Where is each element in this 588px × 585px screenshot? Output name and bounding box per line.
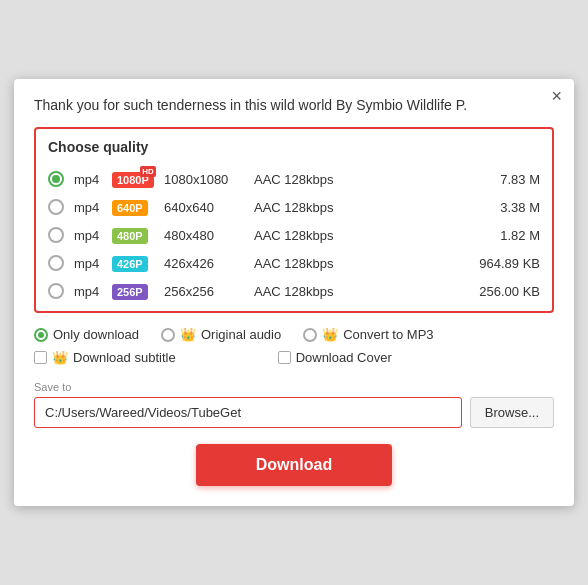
dialog: × Thank you for such tenderness in this …	[14, 79, 574, 506]
quality-row[interactable]: mp4480P480x480AAC 128kbps1.82 M	[48, 221, 540, 249]
format-label: mp4	[74, 172, 102, 187]
resolution-label: 256x256	[164, 284, 244, 299]
resolution-label: 426x426	[164, 256, 244, 271]
save-path-input[interactable]	[34, 397, 462, 428]
filesize-label: 3.38 M	[465, 200, 540, 215]
only-download-radio[interactable]	[34, 328, 48, 342]
original-audio-option[interactable]: 👑 Original audio	[161, 327, 281, 342]
quality-badge: 1080PHD	[112, 172, 154, 188]
audio-label: AAC 128kbps	[254, 172, 455, 187]
download-subtitle-option[interactable]: 👑 Download subtitle	[34, 350, 176, 365]
dialog-title: Thank you for such tenderness in this wi…	[34, 97, 554, 113]
original-audio-label: Original audio	[201, 327, 281, 342]
quality-badge: 426P	[112, 256, 148, 272]
download-cover-checkbox[interactable]	[278, 351, 291, 364]
save-section: Save to Browse...	[34, 381, 554, 428]
download-cover-option[interactable]: Download Cover	[278, 350, 392, 365]
quality-badge: 256P	[112, 284, 148, 300]
audio-label: AAC 128kbps	[254, 228, 455, 243]
quality-section: Choose quality mp41080PHD1080x1080AAC 12…	[34, 127, 554, 313]
filesize-label: 1.82 M	[465, 228, 540, 243]
download-subtitle-checkbox[interactable]	[34, 351, 47, 364]
format-label: mp4	[74, 284, 102, 299]
browse-button[interactable]: Browse...	[470, 397, 554, 428]
quality-badge: 480P	[112, 228, 148, 244]
convert-mp3-option[interactable]: 👑 Convert to MP3	[303, 327, 433, 342]
download-row: Download	[34, 444, 554, 486]
download-subtitle-label: Download subtitle	[73, 350, 176, 365]
convert-mp3-radio[interactable]	[303, 328, 317, 342]
quality-radio-3[interactable]	[48, 255, 64, 271]
format-label: mp4	[74, 256, 102, 271]
quality-row[interactable]: mp4256P256x256AAC 128kbps256.00 KB	[48, 277, 540, 305]
audio-label: AAC 128kbps	[254, 200, 455, 215]
format-label: mp4	[74, 200, 102, 215]
resolution-label: 1080x1080	[164, 172, 244, 187]
options-row-2: 👑 Download subtitle Download Cover	[34, 350, 554, 365]
filesize-label: 964.89 KB	[465, 256, 540, 271]
quality-row[interactable]: mp4426P426x426AAC 128kbps964.89 KB	[48, 249, 540, 277]
close-button[interactable]: ×	[551, 87, 562, 105]
quality-radio-4[interactable]	[48, 283, 64, 299]
filesize-label: 7.83 M	[465, 172, 540, 187]
crown-icon-3: 👑	[52, 350, 68, 365]
format-label: mp4	[74, 228, 102, 243]
audio-label: AAC 128kbps	[254, 256, 455, 271]
save-to-label: Save to	[34, 381, 554, 393]
crown-icon-1: 👑	[180, 327, 196, 342]
crown-icon-2: 👑	[322, 327, 338, 342]
resolution-label: 640x640	[164, 200, 244, 215]
quality-section-title: Choose quality	[48, 139, 540, 155]
quality-badge: 640P	[112, 200, 148, 216]
only-download-label: Only download	[53, 327, 139, 342]
download-button[interactable]: Download	[196, 444, 392, 486]
filesize-label: 256.00 KB	[465, 284, 540, 299]
original-audio-radio[interactable]	[161, 328, 175, 342]
quality-row[interactable]: mp4640P640x640AAC 128kbps3.38 M	[48, 193, 540, 221]
quality-radio-2[interactable]	[48, 227, 64, 243]
convert-mp3-label: Convert to MP3	[343, 327, 433, 342]
quality-radio-1[interactable]	[48, 199, 64, 215]
options-row-1: Only download 👑 Original audio 👑 Convert…	[34, 327, 554, 342]
download-cover-label: Download Cover	[296, 350, 392, 365]
audio-label: AAC 128kbps	[254, 284, 455, 299]
quality-radio-0[interactable]	[48, 171, 64, 187]
resolution-label: 480x480	[164, 228, 244, 243]
only-download-option[interactable]: Only download	[34, 327, 139, 342]
save-row: Browse...	[34, 397, 554, 428]
quality-row[interactable]: mp41080PHD1080x1080AAC 128kbps7.83 M	[48, 165, 540, 193]
